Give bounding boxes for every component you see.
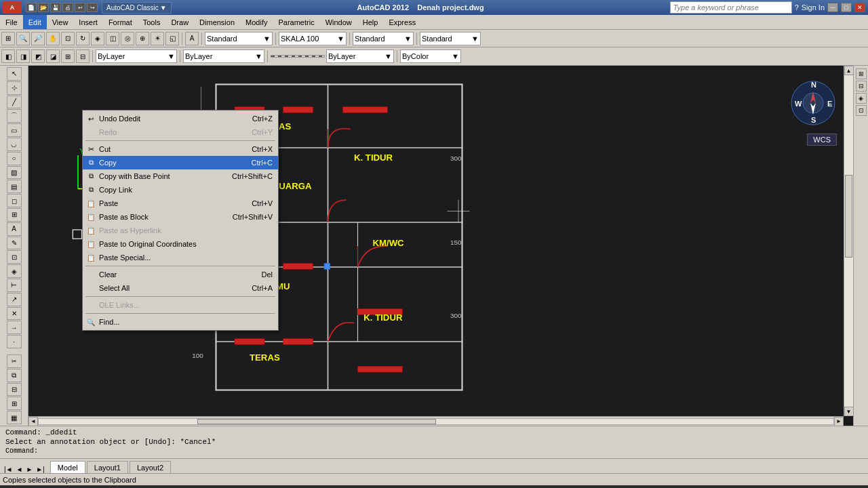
tab-layout2[interactable]: Layout2 bbox=[130, 461, 171, 473]
keyword-search-input[interactable] bbox=[670, 1, 792, 14]
ctx-paste-special[interactable]: 📋 Paste Special... bbox=[83, 251, 278, 264]
tab-model[interactable]: Model bbox=[50, 461, 85, 473]
tool-hatch[interactable]: ▨ bbox=[7, 166, 22, 180]
menu-help[interactable]: Help bbox=[357, 15, 384, 29]
ctx-paste-original[interactable]: 📋 Paste to Original Coordinates bbox=[83, 237, 278, 251]
right-tool-4[interactable]: ⊡ bbox=[856, 105, 867, 116]
tool-xline[interactable]: ✕ bbox=[7, 307, 22, 321]
tab-layout1[interactable]: Layout1 bbox=[87, 461, 128, 473]
tb-3d[interactable]: ◈ bbox=[91, 32, 104, 45]
tool-leader[interactable]: ↗ bbox=[7, 293, 22, 306]
tool-gradient[interactable]: ▤ bbox=[7, 180, 22, 193]
tb-light[interactable]: ☀ bbox=[151, 32, 164, 45]
right-tool-2[interactable]: ⊟ bbox=[856, 81, 867, 92]
tool-dim[interactable]: ⊢ bbox=[7, 279, 22, 292]
ctx-cut[interactable]: ✂ Cut Ctrl+X bbox=[83, 142, 278, 156]
tab-nav-next[interactable]: ► bbox=[24, 466, 34, 473]
skala-dropdown[interactable]: SKALA 100 ▼ bbox=[279, 32, 347, 45]
menu-insert[interactable]: Insert bbox=[73, 15, 103, 29]
tb-pan[interactable]: ✋ bbox=[46, 32, 60, 45]
tool-region[interactable]: ◻ bbox=[7, 194, 22, 207]
ctx-copy-base[interactable]: ⧉ Copy with Base Point Ctrl+Shift+C bbox=[83, 169, 278, 183]
tb-zoom-all[interactable]: ⊡ bbox=[61, 32, 75, 45]
tool-text[interactable]: A bbox=[7, 222, 22, 236]
help-icon[interactable]: ? bbox=[795, 3, 799, 12]
tb-layer6[interactable]: ⊟ bbox=[76, 49, 90, 63]
tool-mtext[interactable]: ✎ bbox=[7, 237, 22, 250]
menu-parametric[interactable]: Parametric bbox=[273, 15, 319, 29]
horizontal-scrollbar[interactable]: ◄ ► bbox=[28, 416, 844, 426]
menu-express[interactable]: Express bbox=[383, 15, 421, 29]
workspace-selector[interactable]: AutoCAD Classic ▼ bbox=[102, 2, 172, 14]
menu-tools[interactable]: Tools bbox=[138, 15, 166, 29]
sign-in-label[interactable]: Sign In bbox=[802, 3, 825, 12]
ctx-copy[interactable]: ⧉ Copy Ctrl+C bbox=[83, 156, 278, 169]
bylayer-dropdown-3[interactable]: ByLayer ▼ bbox=[326, 49, 394, 63]
minimize-button[interactable]: ─ bbox=[827, 3, 838, 12]
tool-select[interactable]: ↖ bbox=[7, 67, 22, 81]
standard-dropdown-1[interactable]: Standard ▼ bbox=[205, 32, 273, 45]
tool-wipeout[interactable]: ⊞ bbox=[7, 208, 22, 222]
menu-dimension[interactable]: Dimension bbox=[194, 15, 240, 29]
tb-style[interactable]: A bbox=[185, 32, 199, 45]
scroll-right-btn[interactable]: ► bbox=[834, 417, 844, 426]
bylayer-dropdown-2[interactable]: ByLayer ▼ bbox=[183, 49, 264, 63]
redo-btn-tb[interactable]: ↪ bbox=[87, 3, 98, 12]
menu-draw[interactable]: Draw bbox=[165, 15, 194, 29]
maximize-button[interactable]: □ bbox=[841, 3, 852, 12]
tool-mirror[interactable]: ⊟ bbox=[7, 383, 22, 396]
standard-dropdown-3[interactable]: Standard ▼ bbox=[420, 32, 481, 45]
tool-polyline[interactable]: ⌒ bbox=[7, 109, 22, 123]
new-btn[interactable]: 📄 bbox=[26, 3, 37, 12]
ctx-redo[interactable]: Redo Ctrl+Y bbox=[83, 125, 278, 139]
tb-layer2[interactable]: ◨ bbox=[16, 49, 30, 63]
tb-zoom-out[interactable]: 🔎 bbox=[31, 32, 45, 45]
right-tool-1[interactable]: ⊞ bbox=[856, 68, 867, 79]
tb-view[interactable]: ◫ bbox=[106, 32, 119, 45]
menu-edit[interactable]: Edit bbox=[23, 15, 47, 29]
tb-orbit[interactable]: ↻ bbox=[76, 32, 90, 45]
right-tool-3[interactable]: ◈ bbox=[856, 93, 867, 104]
menu-format[interactable]: Format bbox=[103, 15, 138, 29]
tool-line[interactable]: ╱ bbox=[7, 96, 22, 109]
ctx-find[interactable]: 🔍 Find... bbox=[83, 315, 278, 329]
tb-layer3[interactable]: ◩ bbox=[31, 49, 45, 63]
menu-modify[interactable]: Modify bbox=[240, 15, 273, 29]
tab-nav-last[interactable]: ►| bbox=[35, 466, 46, 473]
tool-circle[interactable]: ○ bbox=[7, 152, 22, 165]
tab-nav-prev[interactable]: ◄ bbox=[15, 466, 24, 473]
tool-offset[interactable]: ⊞ bbox=[7, 396, 22, 410]
scroll-down-btn[interactable]: ▼ bbox=[844, 407, 854, 416]
tb-camera[interactable]: ⊕ bbox=[136, 32, 149, 45]
tb-snap[interactable]: ⊞ bbox=[1, 32, 15, 45]
tb-render[interactable]: ◎ bbox=[121, 32, 134, 45]
ctx-copy-link[interactable]: ⧉ Copy Link bbox=[83, 183, 278, 197]
tb-zoom-in[interactable]: 🔍 bbox=[16, 32, 30, 45]
tb-mat[interactable]: ◱ bbox=[165, 32, 179, 45]
tb-layer1[interactable]: ◧ bbox=[1, 49, 15, 63]
tool-erase[interactable]: ✂ bbox=[7, 354, 22, 368]
menu-file[interactable]: File bbox=[0, 15, 23, 29]
print-btn[interactable]: 🖨 bbox=[62, 3, 73, 12]
tool-array[interactable]: ▦ bbox=[7, 411, 22, 424]
scroll-up-btn[interactable]: ▲ bbox=[844, 66, 854, 75]
tb-layer4[interactable]: ◪ bbox=[46, 49, 60, 63]
ctx-select-all[interactable]: Select All Ctrl+A bbox=[83, 281, 278, 295]
menu-view[interactable]: View bbox=[47, 15, 74, 29]
ctx-paste-block[interactable]: 📋 Paste as Block Ctrl+Shift+V bbox=[83, 210, 278, 224]
v-scroll-thumb[interactable] bbox=[845, 175, 852, 258]
tool-ray[interactable]: → bbox=[7, 321, 22, 334]
save-btn[interactable]: 💾 bbox=[50, 3, 61, 12]
tool-attdef[interactable]: ◈ bbox=[7, 264, 22, 278]
tool-insert[interactable]: ⊡ bbox=[7, 250, 22, 264]
ctx-ole-links[interactable]: OLE Links... bbox=[83, 298, 278, 312]
tool-copy2[interactable]: ⧉ bbox=[7, 369, 22, 382]
tb-layer5[interactable]: ⊞ bbox=[61, 49, 75, 63]
menu-window[interactable]: Window bbox=[320, 15, 357, 29]
tool-arc[interactable]: ◡ bbox=[7, 138, 22, 151]
tool-point[interactable]: · bbox=[7, 335, 22, 348]
tool-rect[interactable]: ▭ bbox=[7, 123, 22, 137]
ctx-clear[interactable]: Clear Del bbox=[83, 268, 278, 281]
vertical-scrollbar[interactable]: ▲ ▼ bbox=[844, 66, 853, 416]
tool-pick[interactable]: ⊹ bbox=[7, 81, 22, 95]
